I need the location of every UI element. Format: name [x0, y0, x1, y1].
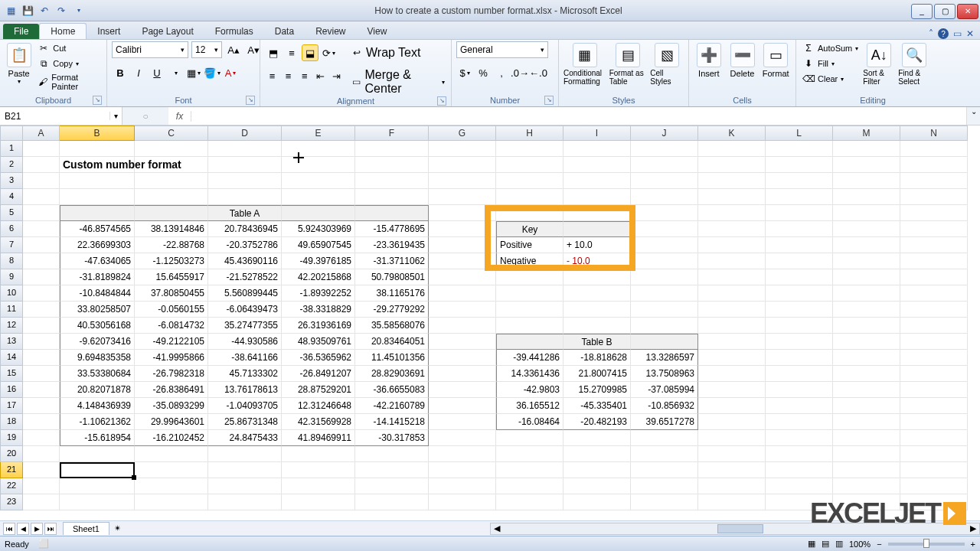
cell[interactable] [60, 141, 135, 157]
save-icon[interactable]: 💾 [20, 3, 35, 18]
cell[interactable]: 40.53056168 [60, 318, 135, 334]
cell[interactable]: -9.62073416 [60, 334, 135, 350]
cell[interactable] [135, 189, 208, 205]
cell[interactable] [429, 414, 496, 430]
cell[interactable] [833, 173, 900, 189]
cell[interactable] [429, 189, 496, 205]
cell[interactable]: 37.80850455 [135, 285, 208, 302]
new-sheet-icon[interactable]: ✴ [114, 523, 121, 533]
col-header[interactable]: G [429, 126, 496, 141]
cell[interactable] [698, 494, 766, 510]
cell[interactable] [355, 446, 429, 462]
row-header[interactable]: 18 [0, 414, 23, 430]
cell[interactable] [766, 318, 833, 334]
cell[interactable] [766, 205, 833, 221]
cell[interactable] [355, 205, 429, 221]
cell[interactable] [900, 285, 968, 302]
cell[interactable] [631, 318, 698, 334]
row-header[interactable]: 6 [0, 221, 23, 237]
cell[interactable] [698, 398, 766, 414]
cell[interactable] [135, 157, 208, 173]
cell[interactable] [23, 157, 60, 173]
cell[interactable]: 42.20215868 [282, 269, 355, 285]
cell[interactable] [766, 446, 833, 462]
cell[interactable]: -6.06439473 [208, 302, 282, 318]
cell[interactable] [564, 189, 631, 205]
decrease-indent-icon[interactable]: ⇤ [313, 67, 328, 84]
tab-insert[interactable]: Insert [87, 24, 131, 39]
cell[interactable] [631, 285, 698, 302]
cell[interactable] [698, 157, 766, 173]
cell[interactable]: -31.8189824 [60, 269, 135, 285]
italic-button[interactable]: I [130, 64, 147, 81]
cell[interactable]: -49.2122105 [135, 334, 208, 350]
view-page-break-icon[interactable]: ▥ [835, 539, 843, 549]
cell[interactable]: 35.58568076 [355, 318, 429, 334]
cell[interactable] [429, 382, 496, 398]
help-icon[interactable]: ? [938, 28, 949, 39]
cell[interactable] [833, 414, 900, 430]
cell[interactable]: -46.8574565 [60, 221, 135, 237]
cell[interactable] [60, 173, 135, 189]
increase-decimal-icon[interactable]: .0→ [511, 64, 528, 81]
row-header[interactable]: 19 [0, 430, 23, 446]
cell[interactable] [23, 430, 60, 446]
cell[interactable] [698, 253, 766, 269]
cell[interactable] [282, 462, 355, 478]
align-bottom-icon[interactable]: ⬓ [302, 44, 318, 61]
cell[interactable] [564, 269, 631, 285]
row-header[interactable]: 11 [0, 302, 23, 318]
select-all-corner[interactable] [0, 126, 23, 141]
shrink-font-icon[interactable]: A▾ [245, 41, 262, 58]
row-header[interactable]: 20 [0, 446, 23, 462]
cell[interactable] [631, 334, 698, 350]
paste-button[interactable]: 📋 Paste ▾ [5, 41, 33, 85]
cell[interactable]: 14.3361436 [496, 366, 564, 382]
cell[interactable] [833, 366, 900, 382]
cell[interactable] [900, 430, 968, 446]
col-header[interactable]: E [282, 126, 355, 141]
cell[interactable] [631, 221, 698, 237]
col-header[interactable]: M [833, 126, 900, 141]
cell[interactable] [23, 173, 60, 189]
cell[interactable] [355, 173, 429, 189]
cell[interactable]: -21.5278522 [208, 269, 282, 285]
cell[interactable]: 45.43690116 [208, 253, 282, 269]
col-header[interactable]: I [564, 126, 631, 141]
tab-data[interactable]: Data [264, 24, 305, 39]
sort-filter-button[interactable]: A↓Sort & Filter [863, 41, 895, 86]
cell[interactable] [900, 398, 968, 414]
cell[interactable] [429, 398, 496, 414]
cell[interactable] [496, 285, 564, 302]
wrap-text-button[interactable]: ↩Wrap Text [349, 44, 422, 61]
cell[interactable] [208, 462, 282, 478]
cell[interactable] [208, 141, 282, 157]
cell[interactable] [135, 478, 208, 494]
cell[interactable]: 49.65907545 [282, 237, 355, 253]
name-box[interactable]: ▾ [0, 107, 122, 125]
cell[interactable] [355, 478, 429, 494]
cell[interactable] [698, 302, 766, 318]
number-launcher[interactable]: ↘ [544, 96, 554, 105]
cell[interactable] [698, 221, 766, 237]
fill-button[interactable]: ⬇Fill▾ [801, 57, 860, 70]
cell[interactable] [833, 237, 900, 253]
cell[interactable] [23, 414, 60, 430]
cell[interactable] [135, 462, 208, 478]
cell[interactable]: -38.641166 [208, 350, 282, 366]
cell[interactable] [429, 269, 496, 285]
cell[interactable] [833, 350, 900, 366]
cell[interactable]: 15.6455917 [135, 269, 208, 285]
cell[interactable] [496, 269, 564, 285]
cell[interactable] [60, 494, 135, 510]
cancel-formula-icon[interactable]: ○ [142, 111, 148, 122]
cell[interactable]: 13.76178613 [208, 382, 282, 398]
cell[interactable] [833, 221, 900, 237]
cell[interactable] [900, 173, 968, 189]
row-header[interactable]: 4 [0, 189, 23, 205]
row-header[interactable]: 23 [0, 494, 23, 510]
cell[interactable] [833, 398, 900, 414]
cell[interactable] [698, 318, 766, 334]
cell[interactable]: 35.27477355 [208, 318, 282, 334]
qat-dropdown-icon[interactable] [70, 3, 86, 18]
